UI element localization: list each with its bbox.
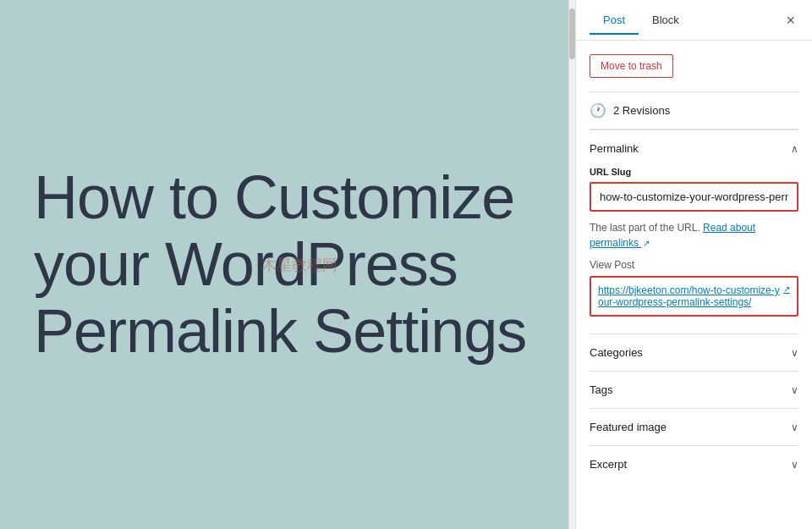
sidebar: Post Block × Move to trash 🕐 2 Revisions… bbox=[575, 0, 812, 529]
permalink-chevron: ∧ bbox=[791, 143, 798, 155]
revisions-icon: 🕐 bbox=[590, 102, 606, 118]
tags-section-header[interactable]: Tags ∨ bbox=[590, 372, 798, 408]
view-post-link-container: https://bjkeeton.com/how-to-customize-yo… bbox=[590, 276, 798, 317]
featured-image-title: Featured image bbox=[590, 421, 667, 433]
categories-title: Categories bbox=[590, 346, 643, 359]
permalink-hint: The last part of the URL. Read about per… bbox=[590, 220, 798, 251]
categories-section-header[interactable]: Categories ∨ bbox=[590, 334, 798, 371]
excerpt-chevron: ∨ bbox=[791, 459, 798, 471]
revisions-row[interactable]: 🕐 2 Revisions bbox=[590, 91, 798, 129]
close-button[interactable]: × bbox=[782, 9, 798, 31]
sidebar-tabs: Post Block bbox=[590, 7, 782, 34]
view-post-label: View Post bbox=[590, 259, 798, 271]
categories-chevron: ∨ bbox=[791, 347, 798, 359]
tags-chevron: ∨ bbox=[791, 384, 798, 396]
scrollbar-thumb[interactable] bbox=[569, 8, 575, 59]
revisions-count: 2 Revisions bbox=[613, 104, 670, 117]
view-post-external-icon: ↗ bbox=[783, 284, 790, 294]
view-post-link[interactable]: https://bjkeeton.com/how-to-customize-yo… bbox=[598, 284, 790, 308]
categories-section: Categories ∨ bbox=[590, 333, 798, 371]
url-slug-input[interactable] bbox=[593, 185, 795, 208]
featured-image-section: Featured image ∨ bbox=[590, 408, 798, 445]
permalink-body: URL Slug The last part of the URL. Read … bbox=[590, 167, 798, 333]
permalink-section: Permalink ∧ URL Slug The last part of th… bbox=[590, 129, 798, 333]
external-link-icon: ↗ bbox=[643, 237, 650, 250]
featured-image-section-header[interactable]: Featured image ∨ bbox=[590, 409, 798, 445]
content-area: How to Customize your WordPress Permalin… bbox=[0, 0, 568, 529]
url-slug-container bbox=[590, 182, 798, 212]
tags-title: Tags bbox=[590, 383, 612, 396]
tab-post[interactable]: Post bbox=[590, 7, 639, 35]
excerpt-title: Excerpt bbox=[590, 458, 627, 471]
sidebar-header: Post Block × bbox=[576, 0, 812, 41]
post-title: How to Customize your WordPress Permalin… bbox=[34, 164, 535, 366]
permalink-title: Permalink bbox=[590, 142, 639, 155]
excerpt-section-header[interactable]: Excerpt ∨ bbox=[590, 446, 798, 482]
excerpt-section: Excerpt ∨ bbox=[590, 445, 798, 482]
featured-image-chevron: ∨ bbox=[791, 422, 798, 433]
sidebar-content: Move to trash 🕐 2 Revisions Permalink ∧ … bbox=[576, 41, 812, 496]
url-slug-label: URL Slug bbox=[590, 167, 798, 177]
permalink-section-header[interactable]: Permalink ∧ bbox=[590, 130, 798, 167]
move-to-trash-button[interactable]: Move to trash bbox=[590, 54, 673, 78]
tags-section: Tags ∨ bbox=[590, 371, 798, 408]
tab-block[interactable]: Block bbox=[639, 7, 693, 35]
scrollbar-track[interactable] bbox=[568, 0, 575, 529]
